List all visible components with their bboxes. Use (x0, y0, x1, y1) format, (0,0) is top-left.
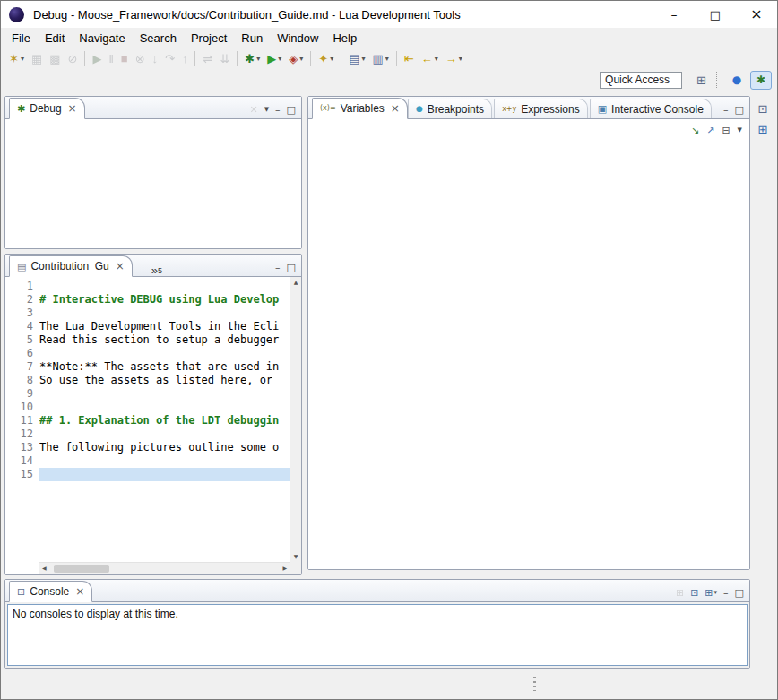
disconnect-button: ⊗ (132, 48, 149, 68)
close-window-button[interactable]: × (736, 1, 777, 28)
maximize-view-button[interactable]: □ (287, 105, 296, 115)
new-lua-file-button[interactable]: ▤▾ (345, 48, 368, 68)
ldt-perspective-icon: ● (732, 74, 741, 85)
ldt-perspective-button[interactable]: ● (726, 71, 748, 90)
maximize-view-button[interactable]: □ (735, 105, 744, 115)
toolbar-separator (84, 51, 85, 66)
new-lua-snippet-button[interactable]: ▥▾ (368, 48, 392, 68)
editor-vertical-scrollbar[interactable]: ▲ ▼ (290, 277, 301, 562)
menu-help[interactable]: Help (325, 30, 364, 47)
dropdown-arrow-icon: ▾ (361, 55, 365, 63)
tab-variables[interactable]: (x)= Variables × (312, 98, 408, 119)
minimize-view-button[interactable]: – (723, 588, 729, 598)
menu-search[interactable]: Search (133, 30, 184, 47)
status-bar (2, 669, 776, 698)
restore-view-button[interactable]: ⊡ (758, 103, 768, 115)
close-tab-icon[interactable]: × (68, 103, 77, 114)
run-button[interactable]: ▶▾ (264, 48, 285, 68)
maximize-view-button[interactable]: □ (735, 588, 744, 598)
line-number: 4 (5, 320, 33, 333)
tab-debug-label: Debug (30, 102, 61, 115)
save-button: ▦ (28, 48, 46, 68)
view-menu-button[interactable]: ▼ (738, 127, 742, 134)
menu-navigate[interactable]: Navigate (72, 30, 132, 47)
code-line: So use the assets as listed here, or (39, 374, 290, 387)
editor-code[interactable]: # Interactive DEBUG using Lua Develop Th… (39, 277, 290, 562)
minimize-view-button[interactable]: – (275, 105, 281, 115)
code-line: # Interactive DEBUG using Lua Develop (39, 293, 290, 307)
line-number: 13 (5, 441, 33, 454)
open-console-icon: ⊞ (705, 588, 713, 598)
close-tab-icon[interactable]: × (75, 586, 84, 597)
debug-tabstrip: ✱ Debug × ✕ ▼ – □ (5, 97, 301, 119)
console-view-panel: ⊡ Console × ⊞ ⊡ ⊞ ▾ – □ No consoles to d… (4, 579, 750, 669)
minimize-view-button[interactable]: – (275, 263, 281, 272)
open-console-button[interactable]: ⊞ ▾ (705, 588, 717, 598)
debug-perspective-button[interactable]: ✱ (750, 71, 772, 90)
last-edit-location-button[interactable]: ⇤ (401, 48, 418, 68)
dropdown-arrow-icon: ▾ (714, 590, 718, 596)
fast-view-button[interactable]: ⊞ (758, 124, 768, 135)
tab-interactive-console-label: Interactive Console (611, 103, 704, 116)
tab-interactive-console[interactable]: ▣ Interactive Console (590, 99, 712, 118)
variables-tabstrip: (x)= Variables × ● Breakpoints x+y Expre… (308, 97, 749, 119)
dropdown-arrow-icon: ▾ (330, 55, 333, 63)
tab-contribution-guide[interactable]: ▤ Contribution_Gu × (9, 255, 133, 277)
last-edit-location-icon: ⇤ (404, 53, 414, 65)
skip-all-breakpoints-icon: ⊘ (68, 53, 78, 65)
step-return-icon: ↑ (182, 53, 188, 65)
show-logical-structures-button[interactable]: ↗ (706, 125, 714, 135)
view-menu-button[interactable]: ▼ (264, 107, 269, 113)
tab-expressions-label: Expressions (521, 103, 579, 116)
external-tools-button[interactable]: ◈▾ (285, 48, 307, 68)
close-tab-icon[interactable]: × (391, 103, 400, 114)
step-return-button: ↑ (178, 48, 192, 68)
tab-breakpoints[interactable]: ● Breakpoints (408, 99, 492, 118)
show-type-names-button[interactable]: ↘ (691, 125, 699, 135)
editor-horizontal-scrollbar[interactable]: ◀ ▶ (39, 562, 290, 574)
console-content[interactable]: No consoles to display at this time. (7, 604, 748, 666)
minimize-window-button[interactable]: – (653, 1, 695, 28)
save-all-button: ▩ (46, 48, 64, 68)
tab-debug[interactable]: ✱ Debug × (9, 98, 85, 119)
code-line (39, 468, 290, 481)
minimize-view-button[interactable]: – (723, 105, 729, 115)
editor-gutter: 123456789101112131415 (5, 277, 39, 562)
maximize-window-button[interactable]: □ (695, 1, 736, 28)
variables-view-content: ↘ ↗ ⊟ ▼ (308, 119, 749, 569)
quick-access-box[interactable]: Quick Access (600, 72, 682, 89)
scroll-left-icon[interactable]: ◀ (42, 566, 47, 571)
new-button[interactable]: ✶▾ (5, 48, 28, 68)
menu-run[interactable]: Run (234, 30, 270, 47)
debug-button[interactable]: ✱▾ (241, 48, 264, 68)
scrollbar-thumb[interactable] (54, 565, 109, 573)
use-step-filters-icon: ⇌ (203, 53, 212, 65)
debug-view-content (5, 119, 301, 248)
code-line (39, 307, 290, 320)
debug-view-icon: ✱ (17, 104, 25, 114)
variables-view-toolbar: ↘ ↗ ⊟ ▼ (308, 119, 749, 141)
breakpoint-icon: ● (416, 105, 423, 113)
menu-window[interactable]: Window (270, 30, 325, 47)
display-selected-console-button[interactable]: ⊡ (690, 588, 698, 598)
forward-button[interactable]: →▾ (442, 48, 466, 68)
tab-expressions[interactable]: x+y Expressions (494, 99, 588, 118)
menu-file[interactable]: File (4, 30, 38, 47)
close-tab-icon[interactable]: × (116, 261, 125, 272)
line-number: 10 (5, 401, 33, 414)
open-perspective-button[interactable]: ⊞ (693, 70, 710, 90)
scroll-up-icon[interactable]: ▲ (294, 280, 298, 285)
menu-edit[interactable]: Edit (38, 30, 72, 47)
open-wizard-button[interactable]: ✦▾ (315, 48, 337, 68)
editor-tab-overflow[interactable]: » 5 (147, 256, 167, 276)
scroll-down-icon[interactable]: ▼ (294, 554, 298, 559)
dropdown-arrow-icon: ▾ (385, 55, 389, 63)
maximize-view-button[interactable]: □ (287, 263, 296, 272)
file-icon: ▤ (17, 262, 26, 272)
back-button[interactable]: ←▾ (418, 48, 442, 68)
collapse-all-button[interactable]: ⊟ (722, 125, 730, 135)
menu-project[interactable]: Project (184, 30, 234, 47)
tab-console[interactable]: ⊡ Console × (9, 581, 92, 602)
scroll-right-icon[interactable]: ▶ (282, 566, 287, 571)
console-tabstrip: ⊡ Console × ⊞ ⊡ ⊞ ▾ – □ (5, 580, 749, 602)
